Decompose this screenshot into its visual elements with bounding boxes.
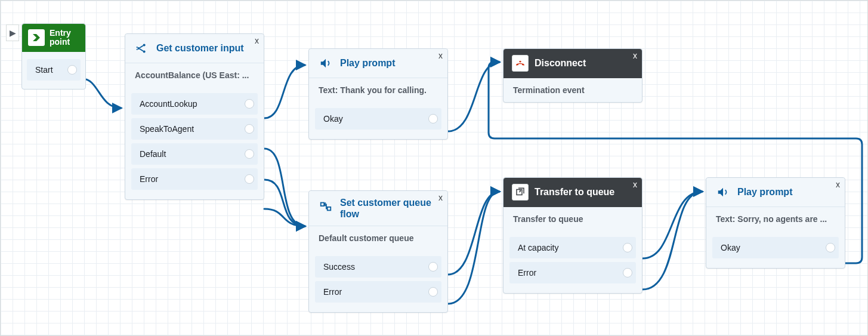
node-subtitle: Default customer queue bbox=[309, 226, 447, 250]
branch-at-capacity[interactable]: At capacity bbox=[509, 237, 636, 258]
node-header: Disconnect x bbox=[503, 49, 642, 78]
node-header: Get customer input x bbox=[125, 34, 264, 63]
node-header: Transfer to queue x bbox=[503, 178, 642, 207]
close-icon[interactable]: x bbox=[633, 51, 637, 60]
share-icon bbox=[134, 40, 150, 57]
hangup-icon bbox=[512, 55, 529, 72]
close-icon[interactable]: x bbox=[633, 180, 637, 189]
svg-point-1 bbox=[143, 44, 146, 46]
branch-start[interactable]: Start bbox=[27, 59, 81, 81]
close-icon[interactable]: x bbox=[836, 180, 840, 189]
node-get-customer-input[interactable]: Get customer input x AccountBalance (US … bbox=[125, 33, 264, 200]
node-subtitle: Termination event bbox=[503, 78, 642, 102]
branch-default[interactable]: Default bbox=[131, 143, 258, 165]
svg-point-4 bbox=[137, 49, 138, 50]
branch-success[interactable]: Success bbox=[315, 256, 441, 278]
close-icon[interactable]: x bbox=[438, 193, 443, 202]
port-icon[interactable] bbox=[67, 65, 77, 75]
speaker-icon bbox=[317, 55, 334, 72]
port-icon[interactable] bbox=[245, 149, 254, 159]
node-header: Set customer queue flow x bbox=[309, 191, 447, 226]
port-icon[interactable] bbox=[428, 114, 438, 124]
node-disconnect[interactable]: Disconnect x Termination event bbox=[503, 48, 642, 103]
node-subtitle: Text: Sorry, no agents are ... bbox=[706, 207, 845, 231]
entry-node[interactable]: Entry point Start bbox=[21, 23, 86, 90]
node-play-prompt-2[interactable]: Play prompt x Text: Sorry, no agents are… bbox=[706, 177, 845, 269]
branch-okay[interactable]: Okay bbox=[712, 237, 839, 258]
branch-error[interactable]: Error bbox=[509, 262, 636, 283]
port-icon[interactable] bbox=[826, 243, 835, 252]
svg-rect-6 bbox=[328, 207, 331, 211]
entry-header: Entry point bbox=[22, 24, 85, 52]
node-subtitle: Text: Thank you for calling. bbox=[309, 78, 447, 102]
svg-point-0 bbox=[137, 47, 140, 50]
node-set-queue-flow[interactable]: Set customer queue flow x Default custom… bbox=[308, 190, 448, 313]
svg-point-2 bbox=[143, 50, 146, 53]
close-icon[interactable]: x bbox=[255, 36, 259, 45]
close-icon[interactable]: x bbox=[438, 51, 443, 60]
node-header: Play prompt x bbox=[309, 49, 447, 78]
branch-error[interactable]: Error bbox=[315, 281, 441, 303]
node-play-prompt-1[interactable]: Play prompt x Text: Thank you for callin… bbox=[308, 48, 448, 140]
port-icon[interactable] bbox=[623, 243, 632, 252]
entry-title: Entry point bbox=[50, 29, 79, 47]
port-icon[interactable] bbox=[428, 262, 438, 272]
branch-error[interactable]: Error bbox=[131, 168, 258, 190]
queue-flow-icon bbox=[317, 198, 334, 215]
queue-icon bbox=[512, 184, 529, 201]
port-icon[interactable] bbox=[623, 268, 632, 278]
port-icon[interactable] bbox=[245, 124, 254, 134]
branch-speak-to-agent[interactable]: SpeakToAgent bbox=[131, 118, 258, 140]
speaker-icon bbox=[715, 184, 731, 201]
branch-okay[interactable]: Okay bbox=[315, 108, 441, 130]
node-subtitle: Transfer to queue bbox=[503, 207, 642, 231]
node-header: Play prompt x bbox=[706, 178, 845, 207]
port-icon[interactable] bbox=[245, 174, 254, 184]
branch-account-lookup[interactable]: AccountLookup bbox=[131, 93, 258, 115]
port-icon[interactable] bbox=[245, 99, 254, 109]
node-subtitle: AccountBalance (US East: ... bbox=[125, 63, 264, 87]
svg-point-3 bbox=[137, 47, 138, 48]
node-transfer-to-queue[interactable]: Transfer to queue x Transfer to queue At… bbox=[503, 177, 642, 294]
port-icon[interactable] bbox=[428, 287, 438, 297]
panel-toggle[interactable]: ▶ bbox=[6, 24, 19, 41]
chevron-right-icon: ▶ bbox=[10, 28, 16, 38]
svg-rect-5 bbox=[321, 203, 325, 206]
entry-arrow-icon bbox=[28, 29, 45, 46]
